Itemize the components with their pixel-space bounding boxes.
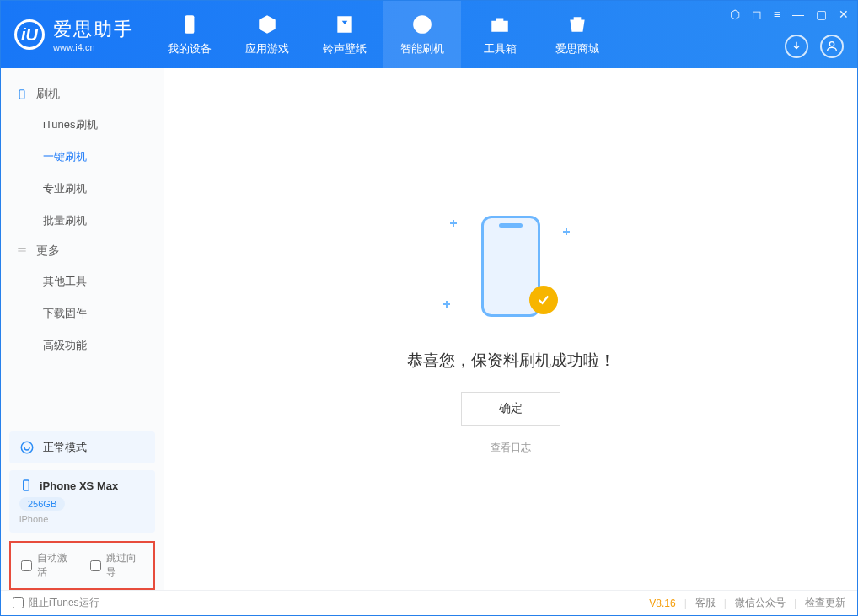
- sidebar-item-batch-flash[interactable]: 批量刷机: [1, 205, 164, 237]
- nav-toolbox[interactable]: 工具箱: [461, 1, 539, 68]
- logo: iU 爱思助手 www.i4.cn: [1, 17, 147, 52]
- check-icon: [529, 286, 558, 314]
- svg-rect-4: [24, 480, 29, 490]
- success-message: 恭喜您，保资料刷机成功啦！: [407, 350, 615, 372]
- cube-icon: [255, 13, 279, 36]
- support-link[interactable]: 客服: [695, 596, 716, 610]
- maximize-button[interactable]: ▢: [816, 8, 827, 21]
- nav-flash[interactable]: 智能刷机: [383, 1, 461, 68]
- check-update-link[interactable]: 检查更新: [805, 596, 845, 610]
- user-button[interactable]: [820, 35, 844, 58]
- nav-my-device[interactable]: 我的设备: [151, 1, 228, 68]
- app-title: 爱思助手: [53, 17, 134, 42]
- list-icon: [16, 245, 28, 257]
- nav-ringtones[interactable]: 铃声壁纸: [306, 1, 383, 68]
- sidebar-item-download-firmware[interactable]: 下载固件: [1, 297, 164, 329]
- shirt-icon[interactable]: ⬡: [730, 8, 740, 21]
- device-name-text: iPhone XS Max: [40, 479, 118, 492]
- device-icon: [178, 13, 201, 36]
- gear-icon: [410, 13, 434, 36]
- minimize-button[interactable]: ―: [792, 8, 804, 21]
- nav-label: 铃声壁纸: [323, 41, 367, 56]
- sidebar-item-other-tools[interactable]: 其他工具: [1, 265, 164, 297]
- sparkle-icon: [563, 228, 570, 235]
- auto-activate-checkbox[interactable]: 自动激活: [21, 551, 75, 580]
- svg-rect-0: [185, 15, 195, 34]
- ok-button[interactable]: 确定: [461, 392, 560, 426]
- skip-guide-checkbox[interactable]: 跳过向导: [90, 551, 144, 580]
- nav-apps-games[interactable]: 应用游戏: [228, 1, 306, 68]
- mode-icon: [19, 440, 35, 455]
- sidebar-item-oneclick-flash[interactable]: 一键刷机: [1, 141, 164, 173]
- sparkle-icon: [443, 301, 450, 308]
- svg-rect-2: [19, 90, 24, 99]
- sidebar-item-pro-flash[interactable]: 专业刷机: [1, 173, 164, 205]
- download-button[interactable]: [785, 35, 808, 58]
- toolbox-icon: [488, 13, 512, 36]
- close-button[interactable]: ✕: [839, 8, 849, 21]
- sidebar: 刷机 iTunes刷机 一键刷机 专业刷机 批量刷机 更多 其他工具 下载固件 …: [1, 68, 164, 590]
- sidebar-item-advanced[interactable]: 高级功能: [1, 329, 164, 362]
- window-controls: ⬡ ◻ ≡ ― ▢ ✕: [730, 8, 849, 21]
- storage-badge: 256GB: [19, 497, 65, 511]
- version-text: V8.16: [649, 597, 675, 609]
- top-nav: 我的设备 应用游戏 铃声壁纸 智能刷机 工具箱 爱思商城: [151, 1, 616, 68]
- nav-label: 智能刷机: [400, 41, 444, 56]
- sidebar-item-itunes-flash[interactable]: iTunes刷机: [1, 109, 164, 141]
- svg-point-1: [829, 42, 834, 46]
- menu-icon[interactable]: ≡: [774, 8, 780, 21]
- nav-label: 应用游戏: [245, 41, 289, 56]
- device-card[interactable]: iPhone XS Max 256GB iPhone: [9, 470, 155, 533]
- logo-icon: iU: [14, 19, 45, 50]
- feedback-icon[interactable]: ◻: [752, 8, 762, 21]
- music-icon: [333, 13, 357, 36]
- app-header: iU 爱思助手 www.i4.cn 我的设备 应用游戏 铃声壁纸 智能刷机 工具…: [1, 1, 857, 68]
- highlighted-options: 自动激活 跳过向导: [9, 541, 155, 590]
- svg-point-3: [21, 442, 33, 453]
- shop-icon: [566, 13, 589, 36]
- app-url: www.i4.cn: [53, 42, 134, 52]
- section-flash: 刷机: [1, 80, 164, 109]
- nav-label: 工具箱: [484, 41, 517, 56]
- phone-icon: [16, 88, 28, 100]
- device-type: iPhone: [19, 514, 145, 524]
- sparkle-icon: [450, 220, 457, 227]
- header-actions: [785, 35, 844, 58]
- block-itunes-checkbox[interactable]: 阻止iTunes运行: [13, 596, 99, 610]
- section-more: 更多: [1, 237, 164, 265]
- device-mode[interactable]: 正常模式: [9, 431, 155, 463]
- success-illustration: [435, 203, 587, 329]
- nav-shop[interactable]: 爱思商城: [539, 1, 616, 68]
- view-log-link[interactable]: 查看日志: [491, 441, 531, 455]
- main-panel: 恭喜您，保资料刷机成功啦！ 确定 查看日志: [164, 68, 857, 590]
- nav-label: 我的设备: [168, 41, 212, 56]
- status-bar: 阻止iTunes运行 V8.16 | 客服 | 微信公众号 | 检查更新: [1, 590, 857, 615]
- device-icon: [19, 479, 33, 492]
- nav-label: 爱思商城: [555, 41, 599, 56]
- wechat-link[interactable]: 微信公众号: [735, 596, 786, 610]
